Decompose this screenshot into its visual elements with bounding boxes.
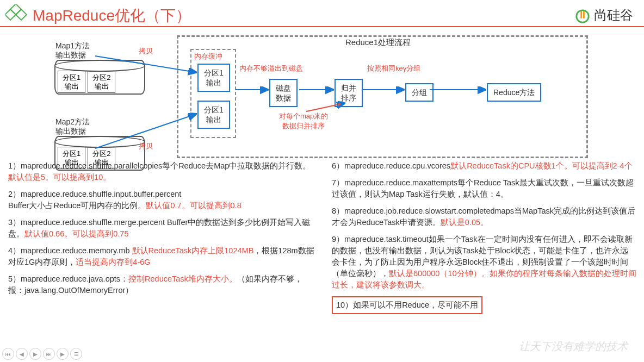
param-10: 10）如果可以不用Reduce，尽可能不用 — [332, 296, 636, 314]
right-content: 6）mapreduce.reduce.cpu.vcores默认ReduceTas… — [332, 160, 636, 320]
svg-rect-4 — [581, 11, 583, 18]
param-8: 8）mapreduce.job.reduce.slowstart.complet… — [332, 205, 636, 228]
param-9: 9）mapreduce.task.timeout如果一个Task在一定时间内没有… — [332, 234, 636, 291]
svg-point-3 — [577, 10, 589, 22]
param-4: 4）mapreduce.reduce.memory.mb 默认ReduceTas… — [8, 245, 318, 268]
page-title: MapReduce优化（下） — [33, 5, 191, 26]
flow-diagram: Reduce1处理流程 Map1方法 输出数据 分区1 输出 分区2 输出 Ma… — [8, 30, 585, 158]
nav-last[interactable]: ⏭ — [43, 348, 55, 360]
flow-arrows — [8, 30, 585, 171]
nav-next[interactable]: ▶ — [29, 348, 41, 360]
param-7: 7）mapreduce.reduce.maxattempts每个Reduce T… — [332, 177, 636, 200]
brand-logo: 尚硅谷 — [575, 7, 633, 24]
nav-prev[interactable]: ◀ — [16, 348, 28, 360]
nav-first[interactable]: ⏮ — [2, 348, 14, 360]
param-3: 3）mapreduce.reduce.shuffle.merge.percent… — [8, 217, 318, 240]
left-content: 1）mapreduce.reduce.shuffle.parallelcopie… — [8, 160, 318, 302]
nav-menu[interactable]: ☰ — [70, 348, 82, 360]
title-divider — [0, 26, 644, 27]
svg-rect-0 — [10, 4, 21, 15]
svg-rect-1 — [5, 9, 16, 20]
param-6: 6）mapreduce.reduce.cpu.vcores默认ReduceTas… — [332, 160, 636, 172]
param-1: 1）mapreduce.reduce.shuffle.parallelcopie… — [8, 160, 318, 183]
param-2: 2）mapreduce.reduce.shuffle.input.buffer.… — [8, 189, 318, 211]
brand-icon — [575, 9, 590, 24]
param-5: 5）mapreduce.reduce.java.opts：控制ReduceTas… — [8, 273, 318, 296]
svg-rect-5 — [583, 11, 585, 18]
footer-nav: ⏮ ◀ ▶ ⏭ ▶ ☰ — [2, 348, 82, 360]
nav-play[interactable]: ▶ — [57, 348, 69, 360]
logo-icon — [5, 4, 27, 26]
svg-rect-2 — [16, 9, 27, 20]
watermark: 让天下没有难学的技术 — [519, 339, 628, 354]
